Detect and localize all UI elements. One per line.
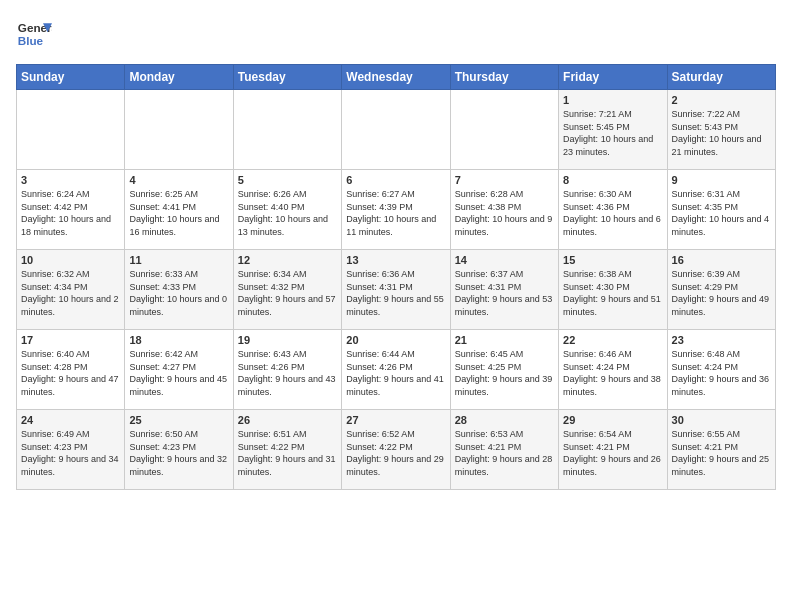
calendar-cell: 18Sunrise: 6:42 AM Sunset: 4:27 PM Dayli…	[125, 330, 233, 410]
day-info: Sunrise: 6:37 AM Sunset: 4:31 PM Dayligh…	[455, 268, 554, 318]
day-number: 28	[455, 414, 554, 426]
day-info: Sunrise: 6:26 AM Sunset: 4:40 PM Dayligh…	[238, 188, 337, 238]
calendar-cell: 10Sunrise: 6:32 AM Sunset: 4:34 PM Dayli…	[17, 250, 125, 330]
day-number: 2	[672, 94, 771, 106]
calendar-cell: 6Sunrise: 6:27 AM Sunset: 4:39 PM Daylig…	[342, 170, 450, 250]
day-info: Sunrise: 6:30 AM Sunset: 4:36 PM Dayligh…	[563, 188, 662, 238]
day-header-thursday: Thursday	[450, 65, 558, 90]
day-number: 13	[346, 254, 445, 266]
day-info: Sunrise: 6:53 AM Sunset: 4:21 PM Dayligh…	[455, 428, 554, 478]
day-info: Sunrise: 7:22 AM Sunset: 5:43 PM Dayligh…	[672, 108, 771, 158]
calendar-cell: 17Sunrise: 6:40 AM Sunset: 4:28 PM Dayli…	[17, 330, 125, 410]
day-number: 5	[238, 174, 337, 186]
calendar-cell: 19Sunrise: 6:43 AM Sunset: 4:26 PM Dayli…	[233, 330, 341, 410]
day-number: 19	[238, 334, 337, 346]
day-number: 26	[238, 414, 337, 426]
logo: General Blue	[16, 16, 52, 52]
day-number: 7	[455, 174, 554, 186]
calendar-cell: 28Sunrise: 6:53 AM Sunset: 4:21 PM Dayli…	[450, 410, 558, 490]
calendar-week-4: 17Sunrise: 6:40 AM Sunset: 4:28 PM Dayli…	[17, 330, 776, 410]
calendar-cell: 2Sunrise: 7:22 AM Sunset: 5:43 PM Daylig…	[667, 90, 775, 170]
calendar-cell: 16Sunrise: 6:39 AM Sunset: 4:29 PM Dayli…	[667, 250, 775, 330]
day-number: 8	[563, 174, 662, 186]
day-info: Sunrise: 6:55 AM Sunset: 4:21 PM Dayligh…	[672, 428, 771, 478]
day-number: 18	[129, 334, 228, 346]
calendar-cell: 12Sunrise: 6:34 AM Sunset: 4:32 PM Dayli…	[233, 250, 341, 330]
calendar-week-3: 10Sunrise: 6:32 AM Sunset: 4:34 PM Dayli…	[17, 250, 776, 330]
day-number: 20	[346, 334, 445, 346]
day-info: Sunrise: 6:38 AM Sunset: 4:30 PM Dayligh…	[563, 268, 662, 318]
calendar-cell: 8Sunrise: 6:30 AM Sunset: 4:36 PM Daylig…	[559, 170, 667, 250]
calendar-cell: 15Sunrise: 6:38 AM Sunset: 4:30 PM Dayli…	[559, 250, 667, 330]
day-info: Sunrise: 6:45 AM Sunset: 4:25 PM Dayligh…	[455, 348, 554, 398]
day-number: 23	[672, 334, 771, 346]
day-header-monday: Monday	[125, 65, 233, 90]
day-info: Sunrise: 6:33 AM Sunset: 4:33 PM Dayligh…	[129, 268, 228, 318]
calendar-cell: 30Sunrise: 6:55 AM Sunset: 4:21 PM Dayli…	[667, 410, 775, 490]
day-header-wednesday: Wednesday	[342, 65, 450, 90]
day-info: Sunrise: 6:49 AM Sunset: 4:23 PM Dayligh…	[21, 428, 120, 478]
calendar-cell: 13Sunrise: 6:36 AM Sunset: 4:31 PM Dayli…	[342, 250, 450, 330]
day-info: Sunrise: 6:28 AM Sunset: 4:38 PM Dayligh…	[455, 188, 554, 238]
logo-icon: General Blue	[16, 16, 52, 52]
day-info: Sunrise: 6:44 AM Sunset: 4:26 PM Dayligh…	[346, 348, 445, 398]
day-info: Sunrise: 6:34 AM Sunset: 4:32 PM Dayligh…	[238, 268, 337, 318]
calendar-cell: 1Sunrise: 7:21 AM Sunset: 5:45 PM Daylig…	[559, 90, 667, 170]
day-header-tuesday: Tuesday	[233, 65, 341, 90]
day-info: Sunrise: 6:52 AM Sunset: 4:22 PM Dayligh…	[346, 428, 445, 478]
calendar-cell: 26Sunrise: 6:51 AM Sunset: 4:22 PM Dayli…	[233, 410, 341, 490]
day-header-friday: Friday	[559, 65, 667, 90]
day-info: Sunrise: 6:46 AM Sunset: 4:24 PM Dayligh…	[563, 348, 662, 398]
calendar-cell	[450, 90, 558, 170]
day-number: 22	[563, 334, 662, 346]
calendar-week-5: 24Sunrise: 6:49 AM Sunset: 4:23 PM Dayli…	[17, 410, 776, 490]
day-number: 27	[346, 414, 445, 426]
calendar-header-row: SundayMondayTuesdayWednesdayThursdayFrid…	[17, 65, 776, 90]
day-info: Sunrise: 6:27 AM Sunset: 4:39 PM Dayligh…	[346, 188, 445, 238]
day-info: Sunrise: 6:51 AM Sunset: 4:22 PM Dayligh…	[238, 428, 337, 478]
day-info: Sunrise: 6:50 AM Sunset: 4:23 PM Dayligh…	[129, 428, 228, 478]
day-number: 30	[672, 414, 771, 426]
calendar-cell	[342, 90, 450, 170]
day-header-saturday: Saturday	[667, 65, 775, 90]
calendar-cell	[125, 90, 233, 170]
calendar-week-1: 1Sunrise: 7:21 AM Sunset: 5:45 PM Daylig…	[17, 90, 776, 170]
calendar-cell: 14Sunrise: 6:37 AM Sunset: 4:31 PM Dayli…	[450, 250, 558, 330]
calendar-cell: 20Sunrise: 6:44 AM Sunset: 4:26 PM Dayli…	[342, 330, 450, 410]
day-number: 11	[129, 254, 228, 266]
calendar-cell: 11Sunrise: 6:33 AM Sunset: 4:33 PM Dayli…	[125, 250, 233, 330]
day-number: 21	[455, 334, 554, 346]
day-number: 17	[21, 334, 120, 346]
calendar-cell: 23Sunrise: 6:48 AM Sunset: 4:24 PM Dayli…	[667, 330, 775, 410]
day-number: 29	[563, 414, 662, 426]
day-number: 25	[129, 414, 228, 426]
day-number: 16	[672, 254, 771, 266]
day-number: 4	[129, 174, 228, 186]
page-header: General Blue	[16, 16, 776, 52]
calendar-cell	[17, 90, 125, 170]
day-number: 9	[672, 174, 771, 186]
day-info: Sunrise: 6:25 AM Sunset: 4:41 PM Dayligh…	[129, 188, 228, 238]
calendar-cell: 7Sunrise: 6:28 AM Sunset: 4:38 PM Daylig…	[450, 170, 558, 250]
day-number: 10	[21, 254, 120, 266]
calendar-week-2: 3Sunrise: 6:24 AM Sunset: 4:42 PM Daylig…	[17, 170, 776, 250]
svg-text:Blue: Blue	[18, 34, 44, 47]
calendar-cell: 4Sunrise: 6:25 AM Sunset: 4:41 PM Daylig…	[125, 170, 233, 250]
calendar-cell: 27Sunrise: 6:52 AM Sunset: 4:22 PM Dayli…	[342, 410, 450, 490]
day-info: Sunrise: 6:32 AM Sunset: 4:34 PM Dayligh…	[21, 268, 120, 318]
calendar-cell	[233, 90, 341, 170]
day-number: 14	[455, 254, 554, 266]
calendar-cell: 5Sunrise: 6:26 AM Sunset: 4:40 PM Daylig…	[233, 170, 341, 250]
calendar-cell: 3Sunrise: 6:24 AM Sunset: 4:42 PM Daylig…	[17, 170, 125, 250]
day-header-sunday: Sunday	[17, 65, 125, 90]
day-info: Sunrise: 6:54 AM Sunset: 4:21 PM Dayligh…	[563, 428, 662, 478]
day-number: 12	[238, 254, 337, 266]
day-info: Sunrise: 7:21 AM Sunset: 5:45 PM Dayligh…	[563, 108, 662, 158]
day-info: Sunrise: 6:43 AM Sunset: 4:26 PM Dayligh…	[238, 348, 337, 398]
calendar-cell: 9Sunrise: 6:31 AM Sunset: 4:35 PM Daylig…	[667, 170, 775, 250]
day-info: Sunrise: 6:36 AM Sunset: 4:31 PM Dayligh…	[346, 268, 445, 318]
day-info: Sunrise: 6:42 AM Sunset: 4:27 PM Dayligh…	[129, 348, 228, 398]
day-info: Sunrise: 6:48 AM Sunset: 4:24 PM Dayligh…	[672, 348, 771, 398]
day-info: Sunrise: 6:24 AM Sunset: 4:42 PM Dayligh…	[21, 188, 120, 238]
day-number: 24	[21, 414, 120, 426]
